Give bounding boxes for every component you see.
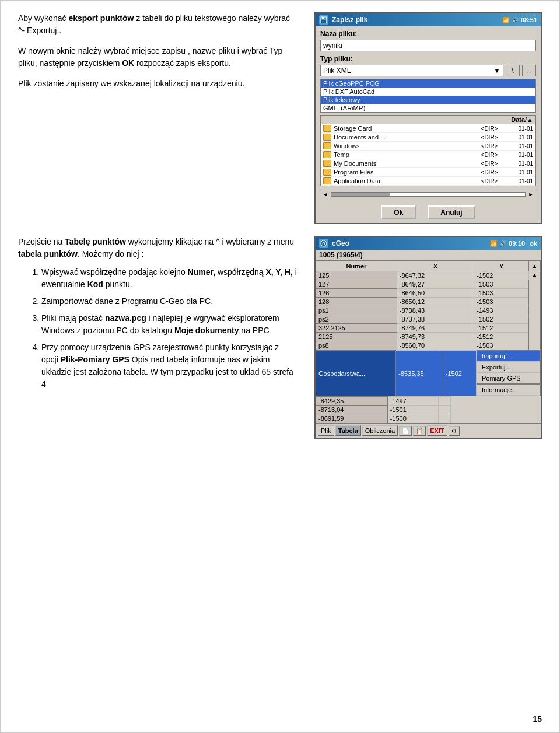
scroll-left[interactable]: ◄ — [323, 191, 328, 197]
col-date-header: Data/▲ — [504, 116, 533, 123]
cgeo-title: cGeo — [332, 239, 349, 247]
toolbar-doc2[interactable]: 📋 — [413, 426, 426, 436]
file-list-header: Data/▲ — [321, 116, 536, 124]
file-row-documents[interactable]: Documents and ... <DIR> 01-01 — [321, 133, 536, 142]
filetype-row: Plik XML ▼ \ .. — [320, 65, 536, 76]
file-row-appdata[interactable]: Application Data <DIR> 01-01 — [321, 177, 536, 186]
col-type-header — [475, 116, 504, 123]
list-item-3: Pliki mają postać nazwa.pcg i najlepiej … — [41, 312, 297, 337]
table-row[interactable]: 125 -8647,32 -1502 ▲ — [316, 271, 541, 280]
table-row[interactable]: -8691,59 -1500 — [316, 414, 451, 423]
battery-icon: 🔊 — [512, 17, 519, 23]
folder-icon — [323, 125, 331, 132]
backslash-button[interactable]: \ — [506, 65, 520, 76]
filetype-option-gml[interactable]: GML -(ARiMR) — [321, 104, 536, 112]
dotdot-button[interactable]: .. — [522, 65, 536, 76]
titlebar-right: 📶 🔊 08:51 — [502, 16, 537, 23]
table-row[interactable]: 127 -8649,27 -1503 — [316, 280, 541, 289]
cgeo-titlebar: G cGeo 📶 🔊 09:10 ok — [316, 237, 541, 250]
toolbar-plik[interactable]: Plik — [318, 425, 334, 436]
file-row-mydocs[interactable]: My Documents <DIR> 01-01 — [321, 159, 536, 168]
save-dialog: Zapisz plik 📶 🔊 08:51 Naza pliku: wyniki… — [314, 12, 542, 224]
cgeo-table-extra: -8429,35 -1497 -8713,04 -1501 — [316, 396, 451, 423]
menu-item-importuj[interactable]: Importuj... — [477, 351, 540, 362]
folder-icon-temp — [323, 151, 331, 158]
table-row[interactable]: -8429,35 -1497 — [316, 397, 451, 406]
folder-icon-appdata — [323, 177, 331, 184]
table-row[interactable]: ps2 -8737,38 -1502 — [316, 315, 541, 324]
scroll-thumb — [331, 193, 390, 196]
dialog-title: Zapisz plik — [332, 16, 368, 24]
menu-item-informacje[interactable]: Informacje... — [477, 385, 540, 396]
left-text-top: Aby wykonać eksport punktów z tabeli do … — [18, 12, 303, 224]
filename-input[interactable]: wyniki — [320, 40, 536, 51]
menu-item-exportuj[interactable]: Exportuj... — [477, 362, 540, 373]
ok-button[interactable]: Ok — [381, 205, 416, 219]
cgeo-icon: G — [319, 239, 328, 248]
cgeo-table: Numer X Y ▲ 125 -8647,32 -1502 ▲ — [316, 261, 541, 350]
filetype-select[interactable]: Plik XML ▼ — [320, 65, 503, 76]
svg-rect-1 — [322, 17, 324, 19]
save-dialog-titlebar: Zapisz plik 📶 🔊 08:51 — [316, 13, 541, 26]
toolbar-exit[interactable]: EXIT — [427, 425, 447, 436]
toolbar-obliczenia[interactable]: Obliczenia — [362, 425, 398, 436]
save-dialog-body: Naza pliku: wyniki Typ pliku: Plik XML ▼… — [316, 26, 541, 202]
scrollbar: ◄ ► — [320, 190, 536, 198]
signal-icon: 📶 — [502, 17, 509, 23]
table-row[interactable]: 322.2125 -8749,76 -1512 — [316, 324, 541, 333]
table-row[interactable]: ps1 -8738,43 -1493 — [316, 306, 541, 315]
list-item-2: Zaimportować dane z Programu C-Geo dla P… — [41, 295, 297, 308]
table-row[interactable]: 126 -8646,50 -1503 — [316, 289, 541, 298]
cgeo-table-area: Numer X Y ▲ 125 -8647,32 -1502 ▲ — [316, 261, 541, 423]
top-section: Aby wykonać eksport punktów z tabeli do … — [18, 12, 542, 224]
col-x-header: X — [397, 261, 474, 271]
table-row[interactable]: -8713,04 -1501 — [316, 406, 451, 414]
toolbar-doc1[interactable]: 📄 — [399, 426, 412, 436]
file-row-storage[interactable]: Storage Card <DIR> 01-01 — [321, 124, 536, 133]
cgeo-titlebar-right: 📶 🔊 09:10 ok — [490, 240, 537, 247]
folder-icon-windows — [323, 142, 331, 149]
file-row-windows[interactable]: Windows <DIR> 01-01 — [321, 142, 536, 151]
scroll-right[interactable]: ► — [528, 191, 534, 197]
file-list: Data/▲ Storage Card <DIR> 01-01 Document… — [320, 115, 536, 186]
cancel-button[interactable]: Anuluj — [428, 205, 475, 219]
filetype-option-tekstowy[interactable]: Plik tekstowy — [321, 96, 536, 104]
toolbar-gear[interactable]: ⚙ — [449, 426, 460, 436]
paragraph-export: Aby wykonać eksport punktów z tabeli do … — [18, 12, 297, 37]
save-dialog-screenshot: Zapisz plik 📶 🔊 08:51 Naza pliku: wyniki… — [314, 12, 542, 224]
cgeo-signal: 📶 — [490, 240, 497, 247]
toolbar-tabela[interactable]: Tabela — [335, 425, 361, 436]
filetype-value: Plik XML — [323, 67, 351, 75]
cgeo-dialog: G cGeo 📶 🔊 09:10 ok 1005 (1965/4) — [314, 236, 542, 439]
filetype-option-dxf[interactable]: Plik DXF AutoCad — [321, 88, 536, 96]
col-name-header — [323, 116, 475, 123]
save-icon — [319, 15, 328, 25]
cgeo-subtitle: 1005 (1965/4) — [316, 250, 541, 261]
bottom-left-text: Przejście na Tabelę punktów wykonujemy k… — [18, 236, 303, 439]
menu-item-pomiary[interactable]: Pomiary GPS — [477, 373, 540, 385]
paragraph-okno: W nowym oknie należy wybrać miejsce zapi… — [18, 45, 297, 69]
intro-paragraph: Przejście na Tabelę punktów wykonujemy k… — [18, 236, 297, 260]
table-row[interactable]: ps8 -8560,70 -1503 — [316, 341, 541, 350]
paragraph-plik: Plik zostanie zapisany we wskazanej loka… — [18, 78, 297, 90]
filename-label: Naza pliku: — [320, 30, 536, 38]
table-row[interactable]: 128 -8650,12 -1503 — [316, 298, 541, 306]
context-row: Gospodarstwa... -8535,35 -1502 Importuj.… — [316, 350, 541, 396]
bottom-section: Przejście na Tabelę punktów wykonujemy k… — [18, 236, 542, 439]
file-row-temp[interactable]: Temp <DIR> 01-01 — [321, 151, 536, 159]
col-numer-header: Numer — [316, 261, 397, 271]
filetype-option-plikcgeo[interactable]: Plik cGeoPPC PCG — [321, 79, 536, 88]
file-row-programfiles[interactable]: Program Files <DIR> 01-01 — [321, 168, 536, 177]
titlebar-left: Zapisz plik — [319, 15, 368, 25]
dropdown-arrow: ▼ — [494, 67, 501, 75]
cgeo-status: ok — [530, 240, 537, 247]
table-row[interactable]: 2125 -8749,73 -1512 — [316, 333, 541, 341]
list-item-4: Przy pomocy urządzenia GPS zarejestrować… — [41, 341, 297, 390]
folder-icon-docs — [323, 134, 331, 141]
filetype-label: Typ pliku: — [320, 55, 536, 63]
cgeo-table-bottom: Gospodarstwa... -8535,35 -1502 — [316, 350, 477, 396]
svg-text:G: G — [322, 242, 326, 246]
filetype-dropdown: Plik cGeoPPC PCG Plik DXF AutoCad Plik t… — [320, 79, 536, 113]
table-row-highlighted[interactable]: Gospodarstwa... -8535,35 -1502 — [316, 351, 477, 396]
dialog-time: 08:51 — [521, 16, 537, 23]
